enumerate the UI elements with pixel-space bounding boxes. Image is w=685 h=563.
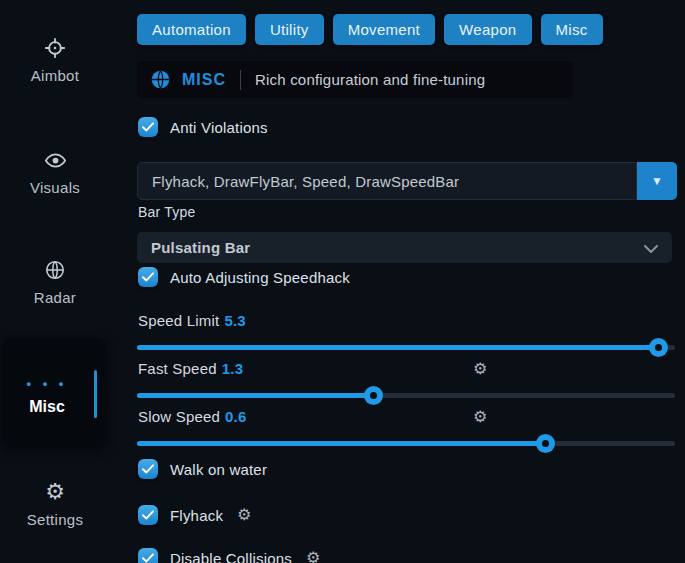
slow-speed-slider[interactable] <box>137 434 675 453</box>
speed-limit-slider[interactable] <box>137 338 675 357</box>
checkbox-checked-icon[interactable] <box>138 459 158 479</box>
section-subtitle: Rich configuration and fine-tuning <box>255 71 485 88</box>
slider-label-speed-limit: Speed Limit5.3 <box>138 312 246 329</box>
checkbox-checked-icon[interactable] <box>138 548 158 563</box>
checkbox-row-walk-on-water[interactable]: Walk on water <box>138 459 267 479</box>
dropdown-open-button[interactable]: ▼ <box>637 162 677 200</box>
checkbox-checked-icon[interactable] <box>138 505 158 525</box>
checkbox-checked-icon[interactable] <box>138 267 158 287</box>
tab-utility[interactable]: Utility <box>255 14 324 45</box>
sidebar-item-visuals[interactable]: Visuals <box>0 148 110 196</box>
gear-icon[interactable]: ⚙ <box>306 550 320 563</box>
three-dots-icon: • • • <box>2 376 92 391</box>
bar-multiselect-value[interactable]: Flyhack, DrawFlyBar, Speed, DrawSpeedBar <box>137 162 637 200</box>
checkbox-label: Flyhack <box>170 507 223 524</box>
sidebar-item-settings[interactable]: ⚙ Settings <box>0 480 110 528</box>
gear-icon[interactable]: ⚙ <box>473 361 487 377</box>
slider-fill <box>137 441 546 446</box>
slider-value: 1.3 <box>222 360 243 377</box>
slider-fill <box>137 393 374 398</box>
sidebar-item-radar[interactable]: Radar <box>0 258 110 306</box>
slider-label-slow-speed: Slow Speed0.6 <box>138 408 247 425</box>
eye-icon <box>43 148 67 172</box>
tab-misc[interactable]: Misc <box>541 14 603 45</box>
bar-type-select[interactable]: Pulsating Bar <box>137 232 672 263</box>
section-title: MISC <box>182 71 226 89</box>
header-divider <box>240 70 241 90</box>
globe-icon <box>43 258 67 282</box>
sidebar-item-label: Radar <box>34 289 76 306</box>
sidebar-item-label: Misc <box>2 398 92 416</box>
section-header: MISC Rich configuration and fine-tuning <box>137 61 573 98</box>
checkbox-row-flyhack[interactable]: Flyhack ⚙ <box>138 505 251 525</box>
slider-handle[interactable] <box>536 434 555 453</box>
fast-speed-slider[interactable] <box>137 386 675 405</box>
checkbox-row-auto-adjusting-speedhack[interactable]: Auto Adjusting Speedhack <box>138 267 350 287</box>
bar-type-value: Pulsating Bar <box>151 239 644 256</box>
slider-label-fast-speed: Fast Speed1.3 <box>138 360 243 377</box>
tab-movement[interactable]: Movement <box>333 14 435 45</box>
checkbox-row-disable-collisions[interactable]: Disable Collisions ⚙ <box>138 548 320 563</box>
gear-icon: ⚙ <box>43 480 67 504</box>
crosshair-icon <box>43 36 67 60</box>
main-content: Automation Utility Movement Weapon Misc … <box>137 0 685 563</box>
bar-type-label: Bar Type <box>138 204 195 220</box>
category-tabs: Automation Utility Movement Weapon Misc <box>137 14 603 45</box>
selected-indicator-bar <box>94 370 97 418</box>
sidebar-item-label: Aimbot <box>31 67 80 84</box>
checkbox-label: Walk on water <box>170 461 267 478</box>
slider-handle[interactable] <box>649 338 668 357</box>
slider-value: 0.6 <box>225 408 246 425</box>
gear-icon[interactable]: ⚙ <box>237 507 251 523</box>
slider-handle[interactable] <box>364 386 383 405</box>
slider-fill <box>137 345 659 350</box>
sidebar-item-label: Visuals <box>30 179 80 196</box>
checkbox-label: Auto Adjusting Speedhack <box>170 269 350 286</box>
slider-value: 5.3 <box>224 312 245 329</box>
checkbox-row-anti-violations[interactable]: Anti Violations <box>138 117 268 137</box>
tab-weapon[interactable]: Weapon <box>444 14 531 45</box>
checkbox-checked-icon[interactable] <box>138 117 158 137</box>
globe-icon <box>151 70 170 89</box>
sidebar-item-label: Settings <box>27 511 84 528</box>
sidebar-item-aimbot[interactable]: Aimbot <box>0 36 110 84</box>
dropdown-triangle-icon: ▼ <box>651 174 663 188</box>
checkbox-label: Anti Violations <box>170 119 268 136</box>
cheat-menu-window: Aimbot Visuals Radar • • • Misc <box>0 0 685 563</box>
checkbox-label: Disable Collisions <box>170 550 292 563</box>
bar-multiselect[interactable]: Flyhack, DrawFlyBar, Speed, DrawSpeedBar… <box>137 162 677 200</box>
tab-automation[interactable]: Automation <box>137 14 246 45</box>
chevron-down-icon <box>644 239 658 257</box>
sidebar: Aimbot Visuals Radar • • • Misc <box>0 0 130 563</box>
sidebar-item-misc-selected[interactable]: • • • Misc <box>2 338 106 448</box>
gear-icon[interactable]: ⚙ <box>473 409 487 425</box>
